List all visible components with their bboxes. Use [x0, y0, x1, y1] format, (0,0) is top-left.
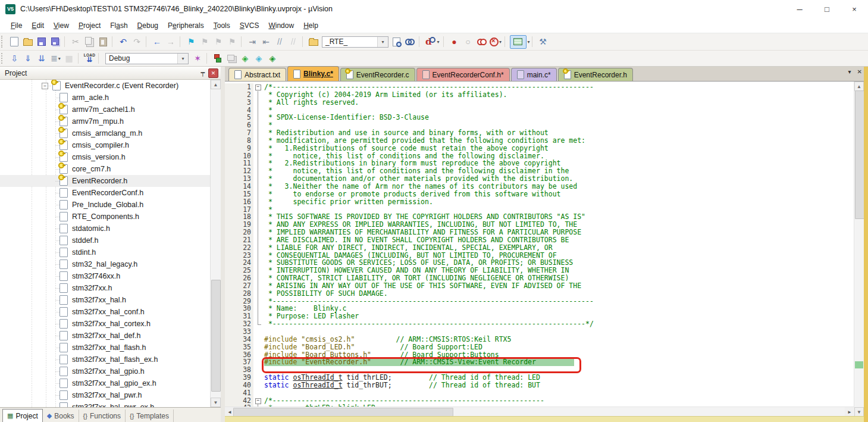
navigate-back-icon[interactable]: ← — [151, 36, 164, 48]
pin-icon[interactable]: ┯ — [200, 69, 205, 77]
tab-eventrecorder-c[interactable]: EventRecorder.c — [340, 68, 415, 81]
batch-build-icon[interactable]: ≣ ▾ — [49, 52, 62, 65]
fold-margin[interactable]: − — [253, 206, 264, 214]
build-icon[interactable]: ⇓ — [21, 52, 35, 65]
tree-item[interactable]: stddef.h — [0, 235, 211, 246]
tree-item[interactable]: stm32f7xx.h — [0, 282, 211, 294]
download-button[interactable]: LOAD ⇊ — [83, 52, 96, 65]
redo-icon[interactable]: ↷ — [130, 36, 144, 48]
disable-all-breakpoints-icon[interactable] — [475, 36, 489, 48]
fold-margin[interactable]: − — [253, 152, 264, 160]
scroll-down-icon[interactable]: ▼ — [211, 398, 221, 407]
find-icon[interactable] — [403, 36, 417, 48]
fold-margin[interactable]: − — [253, 351, 264, 359]
fold-margin[interactable]: − — [253, 382, 264, 389]
comment-icon[interactable]: // — [273, 36, 287, 48]
code-line[interactable]: 16 − * specific prior written permission… — [225, 198, 854, 206]
tree-item[interactable]: stm32f7xx_hal_conf.h — [0, 306, 211, 318]
fold-margin[interactable]: − — [253, 99, 264, 107]
new-file-icon[interactable] — [8, 36, 21, 48]
toolbar-drag-handle[interactable] — [1, 36, 7, 48]
fold-margin[interactable]: − — [253, 213, 264, 221]
target-select-value[interactable]: Debug — [106, 54, 177, 62]
menu-window[interactable]: Window — [264, 20, 299, 32]
tree-item[interactable]: stm32f7xx_hal_pwr.h — [0, 389, 211, 401]
tree-item[interactable]: stm32f7xx_hal_flash_ex.h — [0, 354, 211, 365]
fold-margin[interactable]: − — [253, 252, 264, 260]
navigate-forward-icon[interactable]: → — [164, 36, 178, 48]
tree-item[interactable]: EventRecorderConf.h — [0, 187, 211, 199]
fold-margin[interactable]: − — [253, 190, 264, 198]
tab-list-dropdown-icon[interactable]: ▾ — [848, 68, 851, 75]
paste-icon[interactable] — [96, 36, 110, 48]
bookmark-prev-icon[interactable]: ⚑ — [198, 36, 212, 48]
fold-margin[interactable]: − — [253, 267, 264, 274]
tree-item[interactable]: stm32f7xx_hal_pwr_ex.h — [0, 401, 211, 407]
save-all-icon[interactable] — [49, 36, 62, 48]
fold-margin[interactable]: − — [253, 167, 264, 175]
menu-tools[interactable]: Tools — [209, 20, 235, 32]
pack-installer-icon[interactable]: ◈ — [266, 52, 280, 65]
fold-margin[interactable]: − — [253, 290, 264, 298]
code-line[interactable]: 3 − * All rights reserved. — [225, 99, 854, 107]
tree-scrollbar-thumb[interactable] — [211, 280, 221, 392]
combobox-dropdown-icon[interactable]: ▾ — [377, 37, 388, 47]
panel-tab-functions[interactable]: {} Functions — [79, 410, 126, 422]
wrench-icon[interactable]: ⚒ — [537, 36, 550, 48]
tab-abstract-txt[interactable]: Abstract.txt — [228, 68, 286, 81]
panel-tab-templates[interactable]: {} Templates — [126, 410, 174, 422]
fold-margin[interactable]: − — [253, 121, 264, 129]
file-search-value[interactable]: _RTE_ — [322, 37, 377, 46]
fold-margin[interactable]: − — [253, 107, 264, 114]
open-file-icon[interactable] — [21, 36, 35, 48]
indent-right-icon[interactable]: ⇥ — [246, 36, 259, 48]
tab-blinky-c[interactable]: Blinky.c* — [287, 66, 339, 81]
bookmark-toggle-icon[interactable]: ⚑ — [184, 36, 198, 48]
code-line[interactable]: 40 − static osThreadId_t tid_thrBUT; // … — [225, 382, 854, 389]
tree-item[interactable]: stm32_hal_legacy.h — [0, 258, 211, 270]
tree-scrollbar[interactable]: ▲ ▼ — [210, 80, 221, 407]
save-icon[interactable] — [35, 36, 49, 48]
toolbar-drag-handle[interactable] — [1, 53, 7, 64]
tree-item[interactable]: stm32f7xx_hal_gpio_ex.h — [0, 377, 211, 389]
fold-margin[interactable]: − — [253, 282, 264, 290]
menu-debug[interactable]: Debug — [133, 20, 163, 32]
tree-item-eventrecorder-c[interactable]: − EventRecorder.c (Event Recorder) — [0, 80, 211, 92]
tree-item[interactable]: EventRecorder.h — [0, 175, 211, 187]
code-line[interactable]: 5 − * SPDX-License-Identifier: BSD-3-Cla… — [225, 114, 854, 121]
fold-margin[interactable]: − — [253, 244, 264, 252]
menu-flash[interactable]: Flash — [105, 20, 132, 32]
chevron-down-icon[interactable]: ▾ — [528, 39, 530, 45]
undo-icon[interactable]: ↶ — [117, 36, 130, 48]
tab-main-c[interactable]: main.c* — [511, 68, 557, 81]
find-in-files-icon[interactable] — [390, 36, 403, 48]
tree-item[interactable]: stm32f7xx_hal_gpio.h — [0, 365, 211, 377]
filter-packs-icon[interactable]: ◈ — [252, 52, 266, 65]
code-line[interactable]: 32 − *----------------------------------… — [225, 320, 854, 328]
fold-margin[interactable]: − — [253, 374, 264, 382]
combobox-dropdown-icon[interactable]: ▾ — [177, 54, 188, 64]
file-search-combobox[interactable]: _RTE_ ▾ — [322, 36, 388, 48]
target-options-icon[interactable]: ✶ — [191, 52, 205, 65]
multi-project-icon[interactable] — [225, 52, 239, 65]
fold-margin[interactable]: − — [253, 198, 264, 206]
chevron-down-icon[interactable]: ▾ — [437, 39, 440, 45]
editor-hscroll-thumb[interactable] — [233, 408, 453, 417]
fold-margin[interactable]: − — [253, 114, 264, 121]
tab-close-icon[interactable]: ✕ — [857, 68, 862, 75]
tab-eventrecorder-h[interactable]: EventRecorder.h — [558, 68, 633, 81]
fold-margin[interactable]: − — [253, 221, 264, 229]
fold-margin[interactable]: − — [253, 312, 264, 320]
minimize-button[interactable]: ─ — [786, 0, 813, 18]
fold-margin[interactable]: − — [253, 320, 264, 328]
fold-margin[interactable]: − — [253, 397, 264, 405]
tree-item[interactable]: Pre_Include_Global.h — [0, 199, 211, 211]
menu-view[interactable]: View — [49, 20, 74, 32]
close-button[interactable]: × — [841, 0, 868, 18]
scroll-right-icon[interactable]: ► — [845, 407, 854, 417]
rebuild-icon[interactable]: ⇊ — [35, 52, 49, 65]
enable-breakpoint-icon[interactable]: ○ — [462, 36, 475, 48]
scroll-up-icon[interactable]: ▲ — [211, 80, 221, 89]
fold-margin[interactable]: − — [253, 358, 264, 366]
editor-vscroll-thumb[interactable] — [855, 90, 864, 219]
